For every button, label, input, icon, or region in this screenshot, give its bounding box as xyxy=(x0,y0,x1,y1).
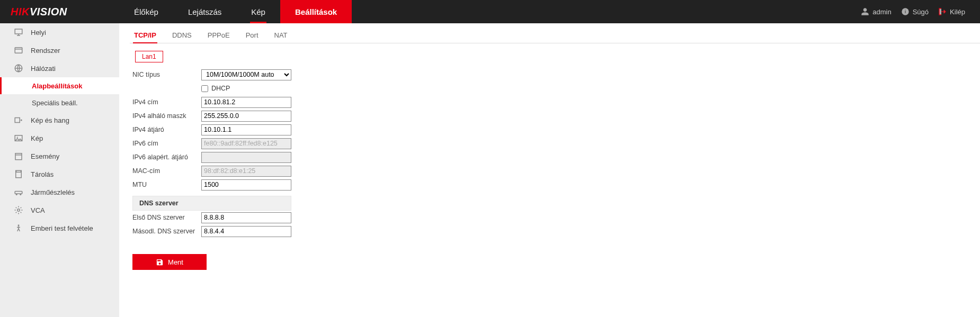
nav-item-3[interactable]: Beállítások xyxy=(280,0,352,23)
save-button[interactable]: Ment xyxy=(132,254,207,270)
logout-label: Kilép xyxy=(950,8,965,16)
sidebar-item-0[interactable]: Helyi xyxy=(0,23,119,41)
dns1-label: Első DNS szerver xyxy=(132,214,201,221)
sidebar-item-1[interactable]: Rendszer xyxy=(0,41,119,59)
ipv6-addr-label: IPv6 cím xyxy=(132,140,201,147)
topbar-right: admin i Súgó Kilép xyxy=(861,7,980,16)
subtab-4[interactable]: NAT xyxy=(273,28,289,43)
nav-item-0[interactable]: Élőkép xyxy=(119,0,173,23)
sidebar-subitem-2-0[interactable]: Alapbeállítások xyxy=(0,77,119,94)
subtab-1[interactable]: DDNS xyxy=(171,28,193,43)
ipv4-mask-label: IPv4 alháló maszk xyxy=(132,112,201,120)
logout-icon xyxy=(938,7,947,16)
mac-input xyxy=(201,166,291,177)
lan-badge[interactable]: Lan1 xyxy=(135,51,163,62)
nav-item-2[interactable]: Kép xyxy=(236,0,280,23)
dns1-input[interactable] xyxy=(201,212,291,223)
mtu-input[interactable] xyxy=(201,179,291,191)
subtab-3[interactable]: Port xyxy=(245,28,260,43)
network-form: NIC típus 10M/100M/1000M auto DHCP IPv4 … xyxy=(132,68,429,270)
help-label: Súgó xyxy=(913,8,929,16)
brand-logo: HIKVISION xyxy=(0,6,119,18)
brand-part2: VISION xyxy=(30,6,67,17)
ipv4-addr-label: IPv4 cím xyxy=(132,98,201,106)
ipv4-gw-input[interactable] xyxy=(201,124,291,135)
svg-rect-2 xyxy=(15,48,22,53)
user-menu[interactable]: admin xyxy=(861,7,891,16)
save-label: Ment xyxy=(168,258,183,266)
ipv4-mask-input[interactable] xyxy=(201,111,291,122)
ipv4-gw-label: IPv4 átjáró xyxy=(132,126,201,133)
topbar: HIKVISION ÉlőképLejátszásKépBeállítások … xyxy=(0,0,980,23)
ipv6-gw-input xyxy=(201,152,291,163)
svg-point-12 xyxy=(16,194,17,195)
logout-link[interactable]: Kilép xyxy=(938,7,965,16)
subtabs: TCP/IPDDNSPPPoEPortNAT xyxy=(130,25,980,43)
svg-rect-11 xyxy=(15,192,22,194)
nic-type-select[interactable]: 10M/100M/1000M auto xyxy=(201,69,291,80)
dhcp-label: DHCP xyxy=(211,85,230,92)
svg-rect-9 xyxy=(15,153,22,160)
nav-item-1[interactable]: Lejátszás xyxy=(173,0,236,23)
svg-point-14 xyxy=(17,209,20,212)
ipv4-addr-input[interactable] xyxy=(201,97,291,108)
dns-section-header: DNS szerver xyxy=(132,196,291,211)
subtab-0[interactable]: TCP/IP xyxy=(133,28,157,43)
dhcp-checkbox[interactable] xyxy=(201,85,208,92)
sidebar-item-7[interactable]: Járműészlelés xyxy=(0,183,119,201)
svg-rect-5 xyxy=(15,118,20,123)
subtab-2[interactable]: PPPoE xyxy=(207,28,231,43)
brand-part1: HIK xyxy=(11,6,30,17)
mac-label: MAC-cím xyxy=(132,167,201,175)
svg-point-13 xyxy=(20,194,21,195)
ipv6-gw-label: IPv6 alapért. átjáró xyxy=(132,153,201,161)
dns2-input[interactable] xyxy=(201,226,291,237)
svg-text:i: i xyxy=(905,9,906,14)
sidebar-item-2[interactable]: Hálózati xyxy=(0,59,119,77)
main-nav: ÉlőképLejátszásKépBeállítások xyxy=(119,0,352,23)
mtu-label: MTU xyxy=(132,181,201,188)
content: TCP/IPDDNSPPPoEPortNAT Lan1 NIC típus 10… xyxy=(119,23,980,317)
dns2-label: Másodl. DNS szerver xyxy=(132,228,201,235)
svg-point-8 xyxy=(17,137,18,138)
sidebar: HelyiRendszerHálózatiAlapbeállításokSpec… xyxy=(0,23,119,317)
sidebar-item-4[interactable]: Kép xyxy=(0,129,119,147)
sidebar-subitem-2-1[interactable]: Speciális beáll. xyxy=(0,94,119,111)
user-label: admin xyxy=(872,8,891,16)
svg-point-6 xyxy=(21,120,22,121)
save-icon xyxy=(156,258,164,266)
sidebar-item-8[interactable]: VCA xyxy=(0,201,119,219)
nic-type-label: NIC típus xyxy=(132,71,201,78)
svg-point-15 xyxy=(18,224,20,226)
ipv6-addr-input xyxy=(201,138,291,149)
info-icon: i xyxy=(901,7,910,16)
sidebar-item-9[interactable]: Emberi test felvétele xyxy=(0,219,119,237)
help-link[interactable]: i Súgó xyxy=(901,7,929,16)
user-icon xyxy=(861,7,869,16)
sidebar-item-5[interactable]: Esemény xyxy=(0,147,119,165)
sidebar-item-3[interactable]: Kép és hang xyxy=(0,111,119,129)
sidebar-item-6[interactable]: Tárolás xyxy=(0,165,119,183)
